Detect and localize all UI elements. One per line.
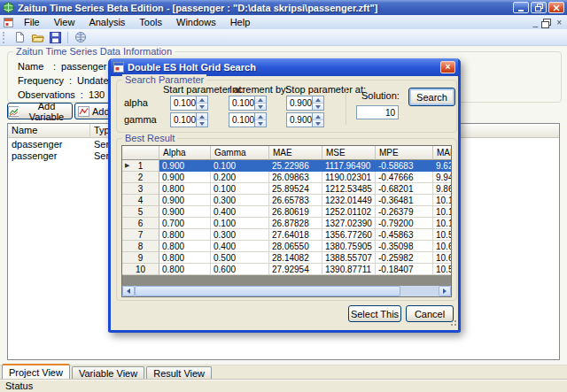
cell-gamma[interactable]: 0.200 <box>211 172 269 183</box>
cell-mse[interactable]: 1327.02390 <box>322 218 376 229</box>
globe-button[interactable] <box>72 30 89 45</box>
row-header-cell[interactable]: ▶9 <box>122 252 159 264</box>
scroll-right-icon[interactable] <box>439 286 451 296</box>
row-header-cell[interactable]: ▶8 <box>122 241 159 252</box>
cancel-button[interactable]: Cancel <box>406 305 454 322</box>
cell-mae[interactable]: 26.09863 <box>269 172 322 183</box>
select-this-button[interactable]: Select This <box>348 305 401 322</box>
dialog-close-button[interactable]: × <box>440 61 455 73</box>
cell-mpe[interactable]: -0.47666 <box>376 172 433 183</box>
cell-gamma[interactable]: 0.100 <box>211 218 269 229</box>
menu-item[interactable]: Windows <box>169 16 223 28</box>
result-grid-row[interactable]: ▶7 0.800 0.300 27.64018 1356.77260 -0.45… <box>122 229 452 241</box>
cell-mae[interactable]: 28.06550 <box>269 241 322 252</box>
restore-button[interactable] <box>531 2 547 13</box>
minimize-button[interactable] <box>513 2 529 13</box>
cell-alpha[interactable]: 0.800 <box>159 229 211 241</box>
cell-mse[interactable]: 1388.55707 <box>322 252 376 264</box>
cell-mse[interactable]: 1380.75905 <box>322 241 376 252</box>
cell-mae[interactable]: 28.14082 <box>269 252 322 264</box>
mdi-minimize-button[interactable]: _ <box>533 18 539 27</box>
row-header-cell[interactable]: ▶5 <box>122 206 159 218</box>
cell-mpe[interactable]: -0.35098 <box>376 241 433 252</box>
resize-grip[interactable] <box>448 318 457 327</box>
result-grid-row[interactable]: ▶1 0.900 0.100 25.22986 1117.96490 -0.58… <box>122 160 452 172</box>
result-grid-row[interactable]: ▶5 0.900 0.400 26.80619 1252.01102 -0.26… <box>122 206 452 218</box>
spinner-down-icon[interactable] <box>313 119 323 127</box>
cell-gamma[interactable]: 0.300 <box>211 229 269 241</box>
cell-alpha[interactable]: 0.800 <box>159 241 211 252</box>
mdi-close-button[interactable]: × <box>556 18 562 27</box>
cell-alpha[interactable]: 0.800 <box>159 264 211 275</box>
result-grid-row[interactable]: ▶8 0.800 0.400 28.06550 1380.75905 -0.35… <box>122 241 452 252</box>
cell-alpha[interactable]: 0.900 <box>159 160 211 172</box>
cell-mape[interactable]: 10.587 <box>433 264 452 275</box>
spinner-up-icon[interactable] <box>255 113 266 119</box>
window-titlebar[interactable]: Zaitun Time Series Beta Edition - [passe… <box>0 0 567 15</box>
cell-mpe[interactable]: -0.18407 <box>376 264 433 275</box>
column-header-mae[interactable]: MAE <box>269 146 322 160</box>
menu-item[interactable]: Tools <box>132 16 169 28</box>
cell-mape[interactable]: 9.9428 <box>433 172 452 183</box>
cell-gamma[interactable]: 0.500 <box>211 252 269 264</box>
spinner-down-icon[interactable] <box>255 103 266 110</box>
row-header-cell[interactable]: ▶10 <box>122 264 159 275</box>
cell-mape[interactable]: 10.553 <box>433 229 452 241</box>
spinner-up-icon[interactable] <box>197 113 207 119</box>
column-header-name[interactable]: Name <box>8 124 90 137</box>
cell-mae[interactable]: 27.92954 <box>269 264 322 275</box>
stop-parameter-spinner[interactable]: 0.900 <box>286 112 324 127</box>
add-variable-button[interactable]: Add Variable <box>7 103 73 119</box>
cell-mse[interactable]: 1117.96490 <box>322 160 376 172</box>
cell-mpe[interactable]: -0.79200 <box>376 218 433 229</box>
solution-input[interactable]: 10 <box>356 105 399 119</box>
cell-mse[interactable]: 1190.02301 <box>322 172 376 183</box>
cell-alpha[interactable]: 0.900 <box>159 195 211 206</box>
spinner-down-icon[interactable] <box>197 119 207 127</box>
cell-mae[interactable]: 26.65783 <box>269 195 322 206</box>
spinner-up-icon[interactable] <box>313 96 323 103</box>
toolbar-grip[interactable] <box>3 32 7 43</box>
menu-item[interactable]: File <box>17 16 47 28</box>
result-grid-row[interactable]: ▶6 0.700 0.100 26.87828 1327.02390 -0.79… <box>122 218 452 229</box>
cell-mae[interactable]: 25.89524 <box>269 183 322 195</box>
column-header-gamma[interactable]: Gamma <box>211 146 269 160</box>
column-header-mape[interactable]: MAPE <box>433 146 452 160</box>
result-grid-row[interactable]: ▶4 0.900 0.300 26.65783 1232.01449 -0.36… <box>122 195 452 206</box>
cell-mape[interactable]: 9.6291 <box>433 160 452 172</box>
cell-gamma[interactable]: 0.600 <box>211 264 269 275</box>
result-grid-row[interactable]: ▶2 0.900 0.200 26.09863 1190.02301 -0.47… <box>122 172 452 183</box>
stop-parameter-spinner[interactable]: 0.900 <box>286 96 324 111</box>
cell-mpe[interactable]: -0.25982 <box>376 252 433 264</box>
cell-alpha[interactable]: 0.800 <box>159 183 211 195</box>
cell-mpe[interactable]: -0.45863 <box>376 229 433 241</box>
result-grid-row[interactable]: ▶10 0.800 0.600 27.92954 1390.87711 -0.1… <box>122 264 452 275</box>
dialog-titlebar[interactable]: Double ES Holt Grid Search × <box>111 58 458 76</box>
cell-mae[interactable]: 26.87828 <box>269 218 322 229</box>
cell-mape[interactable]: 10.698 <box>433 252 452 264</box>
cell-mse[interactable]: 1356.77260 <box>322 229 376 241</box>
cell-gamma[interactable]: 0.300 <box>211 195 269 206</box>
column-header-mpe[interactable]: MPE <box>376 146 433 160</box>
scrollbar-track[interactable] <box>400 286 439 296</box>
spinner-up-icon[interactable] <box>313 113 323 119</box>
cell-gamma[interactable]: 0.400 <box>211 206 269 218</box>
mdi-restore-button[interactable] <box>543 19 551 26</box>
result-grid-row[interactable]: ▶9 0.800 0.500 28.14082 1388.55707 -0.25… <box>122 252 452 264</box>
cell-mape[interactable]: 10.198 <box>433 218 452 229</box>
document-window-icon[interactable] <box>4 18 13 27</box>
cell-alpha[interactable]: 0.900 <box>159 172 211 183</box>
scroll-left-icon[interactable] <box>122 286 135 296</box>
cell-mae[interactable]: 25.22986 <box>269 160 322 172</box>
view-tab[interactable]: Variable View <box>72 366 144 379</box>
cell-alpha[interactable]: 0.700 <box>159 218 211 229</box>
cell-mpe[interactable]: -0.36481 <box>376 195 433 206</box>
cell-mae[interactable]: 26.80619 <box>269 206 322 218</box>
cell-mape[interactable]: 10.693 <box>433 241 452 252</box>
cell-mse[interactable]: 1252.01102 <box>322 206 376 218</box>
start-parameter-spinner[interactable]: 0.100 <box>170 112 208 127</box>
cell-alpha[interactable]: 0.900 <box>159 206 211 218</box>
view-tab[interactable]: Project View <box>2 364 70 379</box>
cell-mse[interactable]: 1232.01449 <box>322 195 376 206</box>
row-header-cell[interactable]: ▶2 <box>122 172 159 183</box>
